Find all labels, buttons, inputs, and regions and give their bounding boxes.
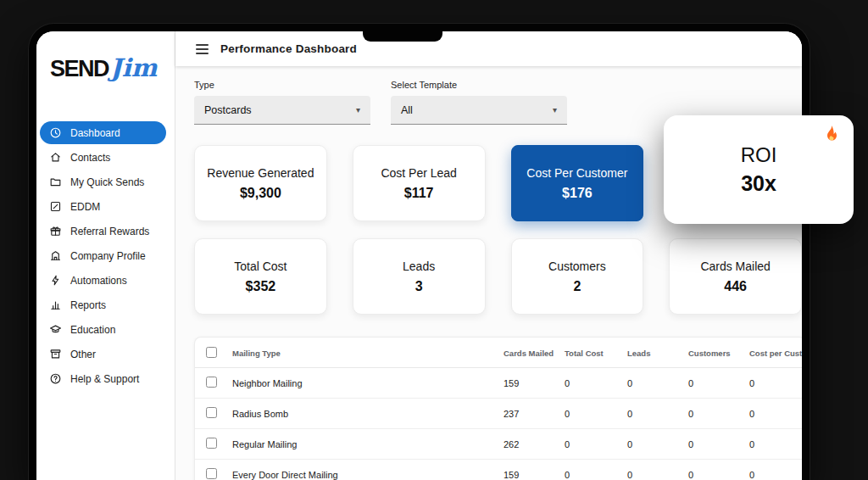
stat-value: $9,300 (240, 186, 281, 201)
column-header-total-cost: Total Cost (561, 338, 624, 368)
cell-cost-per-customer: 0 (746, 429, 802, 460)
cell-cost-per-customer: 0 (746, 368, 802, 399)
cell-customers: 0 (685, 429, 746, 460)
table-row[interactable]: Regular Mailing 262 0 0 0 0 (195, 429, 802, 460)
sidebar-item-label: Contacts (70, 152, 110, 164)
stat-label: Cards Mailed (700, 260, 770, 273)
sidebar-item-label: Automations (70, 275, 127, 287)
dashboard-icon (49, 126, 62, 139)
sidebar: SENDJim Dashboard Contacts My Quick Send… (36, 31, 175, 480)
cell-mailing-type: Neighbor Mailing (229, 368, 500, 399)
sidebar-item-education[interactable]: Education (36, 317, 166, 342)
row-checkbox[interactable] (206, 407, 217, 418)
lightning-icon (49, 274, 62, 287)
stat-value: $352 (246, 279, 276, 294)
sidebar-item-automations[interactable]: Automations (36, 268, 166, 293)
stat-label: Leads (403, 260, 435, 273)
type-select-value: Postcards (204, 104, 252, 116)
template-filter: Select Template All (391, 80, 567, 125)
sidebar-item-label: Other (70, 349, 96, 360)
stat-label: Revenue Generated (207, 166, 314, 180)
cell-leads: 0 (624, 368, 685, 399)
sidebar-item-label: Company Profile (70, 250, 146, 262)
page-title: Performance Dashboard (220, 42, 357, 55)
sidebar-item-label: Education (70, 324, 115, 336)
sidebar-item-company-profile[interactable]: Company Profile (36, 243, 166, 268)
sidebar-item-my-quick-sends[interactable]: My Quick Sends (36, 170, 166, 194)
caret-down-icon (356, 106, 360, 114)
cell-leads: 0 (624, 460, 685, 480)
cell-mailing-type: Every Door Direct Mailing (229, 460, 500, 480)
cell-total-cost: 0 (561, 460, 624, 480)
table-row[interactable]: Radius Bomb 237 0 0 0 0 (195, 399, 802, 429)
row-checkbox[interactable] (206, 468, 217, 479)
mailing-table-card: Mailing Type Cards Mailed Total Cost Lea… (194, 337, 802, 480)
stat-card-cards-mailed: Cards Mailed 446 (669, 238, 802, 315)
cell-total-cost: 0 (561, 429, 624, 460)
sendjim-logo: SENDJim (36, 31, 175, 104)
bar-chart-icon (49, 299, 62, 311)
stat-label: Customers (548, 260, 606, 273)
logo-text-jim: Jim (110, 53, 157, 82)
building-icon (49, 249, 62, 262)
roi-label: ROI (741, 143, 777, 167)
stat-card-leads: Leads 3 (353, 238, 486, 315)
sidebar-item-other[interactable]: Other (36, 342, 166, 366)
stat-card-customers: Customers 2 (511, 238, 644, 315)
table-row[interactable]: Every Door Direct Mailing 159 0 0 0 0 (195, 460, 802, 480)
stat-label: Cost Per Lead (381, 166, 457, 180)
cell-customers: 0 (685, 368, 746, 399)
sidebar-item-contacts[interactable]: Contacts (36, 145, 166, 170)
content-area: Performance Dashboard Type Postcards Sel… (175, 31, 802, 480)
table-header-row: Mailing Type Cards Mailed Total Cost Lea… (195, 338, 802, 368)
sidebar-item-label: EDDM (70, 201, 100, 213)
sidebar-item-eddm[interactable]: EDDM (36, 194, 166, 219)
select-all-checkbox[interactable] (206, 347, 217, 358)
fire-icon (821, 124, 842, 144)
cell-cards-mailed: 159 (500, 460, 561, 480)
contacts-icon (49, 151, 62, 164)
stat-card-cost-per-customer: Cost Per Customer $176 (511, 145, 644, 221)
row-checkbox[interactable] (206, 377, 217, 388)
cell-customers: 0 (685, 460, 746, 480)
stat-label: Total Cost (234, 260, 287, 273)
hamburger-icon[interactable] (196, 44, 209, 54)
cell-cost-per-customer: 0 (746, 399, 802, 429)
cell-cards-mailed: 159 (500, 368, 561, 399)
stats-row-2: Total Cost $352 Leads 3 Customers 2 Card… (194, 238, 802, 315)
sidebar-item-help-support[interactable]: Help & Support (36, 366, 166, 391)
gift-icon (49, 225, 62, 237)
row-checkbox[interactable] (206, 438, 217, 449)
cell-mailing-type: Regular Mailing (229, 429, 500, 460)
sidebar-item-label: Reports (70, 299, 106, 311)
folder-icon (49, 176, 62, 188)
caret-down-icon (553, 106, 557, 114)
cell-leads: 0 (624, 399, 685, 429)
stat-label: Cost Per Customer (526, 166, 627, 180)
column-header-cost-per-customer: Cost per Customer (746, 338, 802, 368)
type-filter: Type Postcards (194, 80, 370, 125)
stat-value: 2 (573, 279, 581, 294)
app-window: SENDJim Dashboard Contacts My Quick Send… (36, 31, 802, 480)
sidebar-item-dashboard[interactable]: Dashboard (40, 121, 166, 144)
template-select[interactable]: All (391, 96, 567, 125)
mailing-table: Mailing Type Cards Mailed Total Cost Lea… (195, 338, 802, 480)
stat-value: $176 (562, 186, 593, 201)
logo-text-send: SEND (50, 56, 108, 82)
column-header-customers: Customers (685, 338, 746, 368)
table-row[interactable]: Neighbor Mailing 159 0 0 0 0 (195, 368, 802, 399)
sidebar-item-reports[interactable]: Reports (36, 293, 166, 317)
roi-value: 30x (741, 171, 776, 196)
cell-cost-per-customer: 0 (746, 460, 802, 480)
template-select-value: All (401, 104, 413, 116)
sidebar-item-referral-rewards[interactable]: Referral Rewards (36, 219, 166, 243)
camera-notch (363, 31, 442, 42)
cell-total-cost: 0 (561, 368, 624, 399)
sidebar-item-label: Help & Support (70, 373, 139, 385)
cell-cards-mailed: 237 (500, 399, 561, 429)
cell-total-cost: 0 (561, 399, 624, 429)
sidebar-item-label: Dashboard (70, 127, 120, 139)
column-header-mailing-type: Mailing Type (229, 338, 500, 368)
stat-card-revenue-generated: Revenue Generated $9,300 (194, 145, 327, 221)
type-select[interactable]: Postcards (194, 96, 370, 125)
